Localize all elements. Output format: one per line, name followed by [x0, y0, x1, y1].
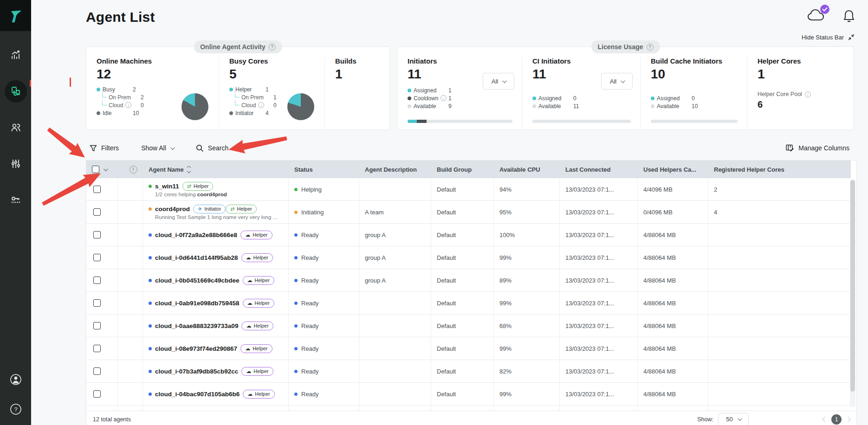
select-options-chevron-icon[interactable] [104, 167, 108, 171]
cloud-badge: ☁Helper [240, 344, 272, 353]
registered-helper-cores-cell: 2 [708, 178, 851, 200]
available-cpu-cell: 68% [494, 315, 560, 337]
agent-name-cell[interactable]: cloud_i-0f72a9a2e88b666e8 ☁Helper [143, 224, 289, 246]
agent-name-cell[interactable]: coord4prod ✈Initiator⇄Helper Running Tes… [143, 201, 289, 223]
row-checkbox[interactable] [93, 345, 101, 352]
status-cell: Ready [289, 315, 359, 337]
column-header-build-group[interactable]: Build Group [431, 166, 494, 173]
row-checkbox[interactable] [93, 231, 101, 238]
sidebar-item-licenses[interactable] [5, 189, 27, 211]
column-header-agent-description[interactable]: Agent Description [359, 166, 431, 173]
cloud-badge: ☁Helper [241, 253, 273, 262]
collapse-icon [848, 33, 855, 41]
row-checkbox[interactable] [93, 322, 101, 329]
total-agents-label: 12 total agents [86, 416, 131, 423]
sidebar: ? [0, 0, 31, 425]
status-dot [294, 393, 298, 396]
help-tooltip-icon[interactable] [647, 44, 654, 51]
agent-name-cell[interactable]: s_win11 ⇄Helper 1/2 cores helping coord4… [143, 178, 289, 200]
agent-name-cell[interactable]: cloud_i-0ab91e098db759458 ☁Helper [143, 292, 289, 314]
ci-initiators-usage-bar [532, 120, 631, 123]
cloud-badge: ☁Helper [241, 322, 273, 330]
info-icon[interactable] [440, 95, 447, 101]
online-machines-card: Online Machines 12 Busy2 On Prem2 Cloud0… [86, 57, 219, 129]
ci-initiators-filter-select[interactable]: All [601, 73, 633, 90]
manage-columns-button[interactable]: Manage Columns [786, 144, 849, 152]
sidebar-item-analytics[interactable] [5, 44, 27, 66]
next-page-button[interactable] [845, 417, 850, 422]
row-checkbox[interactable] [93, 277, 101, 284]
table-row: cloud_i-0b0451669c49cbdee ☁Helper Ready … [86, 269, 851, 292]
registered-helper-cores-cell [708, 224, 851, 246]
help-tooltip-icon[interactable] [269, 44, 276, 51]
cloud-badge: ☁Helper [243, 276, 274, 285]
cloud-icon: ☁ [245, 346, 250, 351]
search-button[interactable]: Search [196, 144, 228, 152]
cloud-status-button[interactable] [807, 7, 828, 25]
agent-name-cell[interactable]: cloud_i-0aae8883239733a09 ☁Helper [143, 315, 289, 337]
helper-cores-card: Helper Cores 1 Helper Core Pool 6 [747, 57, 854, 129]
busy-cores-pie-chart [287, 93, 314, 120]
cloud-icon: ☁ [245, 232, 250, 238]
available-cpu-cell: 95% [494, 201, 560, 223]
table-scrollbar[interactable] [850, 179, 855, 407]
sidebar-item-users[interactable] [5, 116, 27, 139]
current-page-button[interactable]: 1 [831, 414, 842, 425]
sidebar-item-settings[interactable] [5, 153, 27, 175]
used-helpers-cell: 4/88064 MB [638, 269, 708, 291]
column-header-registered-helper-cores[interactable]: Registered Helper Cores [708, 166, 851, 173]
status-cell: Ready [289, 337, 359, 360]
used-helpers-cell: 4/88064 MB [638, 315, 708, 337]
initiators-usage-bar [408, 120, 512, 123]
column-header-agent-name[interactable]: Agent Name [143, 166, 289, 173]
row-checkbox[interactable] [93, 367, 101, 375]
agent-name-cell[interactable]: cloud_i-0b0451669c49cbdee ☁Helper [143, 269, 289, 291]
info-icon[interactable] [258, 102, 264, 108]
hide-status-bar-button[interactable]: Hide Status Bar [802, 33, 855, 41]
info-icon[interactable] [125, 102, 131, 108]
sort-icon[interactable] [188, 166, 190, 173]
show-all-dropdown[interactable]: Show All [141, 144, 174, 152]
build-group-cell: Default [431, 360, 494, 382]
notifications-bell-icon[interactable] [843, 9, 855, 23]
card-value: 12 [97, 68, 210, 81]
scrollbar-thumb[interactable] [850, 180, 855, 392]
alerts-column-icon[interactable] [130, 166, 137, 174]
row-checkbox[interactable] [93, 208, 101, 216]
sidebar-item-account[interactable] [5, 368, 27, 391]
status-label: Ready [301, 277, 319, 284]
page-size-select[interactable]: 50 [718, 413, 749, 425]
column-header-used-helpers[interactable]: Used Helpers Ca... [638, 166, 708, 173]
build-group-cell: Default [431, 201, 494, 223]
status-dot [294, 347, 298, 350]
column-header-status[interactable]: Status [289, 166, 359, 173]
agent-name-cell[interactable]: cloud_i-08e973f74ed290867 ☁Helper [143, 337, 289, 360]
chevron-down-icon [621, 78, 625, 83]
sidebar-item-help[interactable]: ? [5, 398, 27, 420]
previous-page-button[interactable] [822, 417, 827, 422]
select-all-checkbox[interactable] [92, 166, 99, 173]
agent-name-cell[interactable]: cloud_i-07b3af9db85cb92cc ☁Helper [143, 360, 289, 382]
sidebar-item-agents[interactable] [5, 80, 27, 103]
svg-text:?: ? [14, 406, 17, 413]
row-checkbox[interactable] [93, 186, 101, 193]
online-machines-pie-chart [181, 93, 208, 120]
column-header-last-connected[interactable]: Last Connected [560, 166, 638, 173]
hide-status-bar-label: Hide Status Bar [802, 34, 844, 41]
available-cpu-cell: 99% [494, 246, 560, 269]
row-checkbox[interactable] [93, 299, 101, 307]
agent-name-cell[interactable]: cloud_i-0d6441d144f95ab28 ☁Helper [143, 246, 289, 269]
filters-button[interactable]: Filters [90, 144, 119, 152]
status-label: Ready [301, 322, 319, 329]
status-cell: Helping [289, 178, 359, 200]
agent-badges: ✈Initiator⇄Helper [193, 205, 257, 213]
initiators-filter-select[interactable]: All [483, 73, 514, 90]
app-logo[interactable] [0, 0, 31, 31]
info-icon[interactable] [805, 91, 811, 97]
agent-name: cloud_i-0f72a9a2e88b666e8 [155, 232, 237, 238]
column-header-available-cpu[interactable]: Available CPU [494, 166, 560, 173]
cloud-icon: ☁ [246, 255, 251, 260]
row-checkbox[interactable] [93, 390, 101, 398]
row-checkbox[interactable] [93, 254, 101, 261]
agent-name-cell[interactable]: cloud_i-04bac907d105ab6b6 ☁Helper [143, 383, 289, 405]
